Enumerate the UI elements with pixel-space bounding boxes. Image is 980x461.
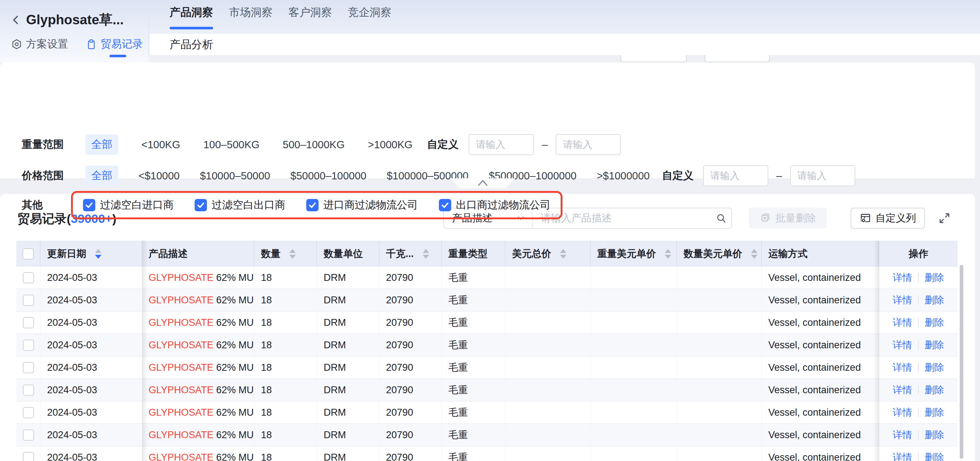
price-max-input[interactable] — [790, 165, 855, 186]
cell-quantity-unit: DRM — [317, 402, 379, 423]
detail-link[interactable]: 详情 — [892, 316, 912, 329]
cell-update-date: 2024-05-03 — [41, 312, 142, 334]
delete-link[interactable]: 删除 — [924, 294, 944, 307]
column-header-date[interactable]: 更新日期 — [41, 241, 142, 267]
row-checkbox[interactable] — [23, 340, 34, 351]
detail-link[interactable]: 详情 — [892, 271, 912, 284]
sort-icon[interactable] — [423, 249, 429, 259]
weight-min-input[interactable] — [469, 134, 534, 155]
cell-usd-per-quantity — [677, 312, 762, 334]
row-checkbox[interactable] — [23, 362, 34, 373]
clipped-input-box[interactable] — [705, 55, 770, 62]
main-tab-客户洞察[interactable]: 客户洞察 — [288, 5, 332, 21]
delete-link[interactable]: 删除 — [924, 451, 944, 461]
cell-weight-type: 毛重 — [442, 267, 506, 288]
filter-option[interactable]: 全部 — [86, 135, 118, 155]
cell-transport-mode: Vessel, containerized — [762, 334, 879, 356]
row-checkbox[interactable] — [23, 429, 34, 441]
delete-link[interactable]: 删除 — [924, 339, 944, 351]
detail-link[interactable]: 详情 — [892, 406, 912, 419]
filter-checkbox-item[interactable]: 进口商过滤物流公司 — [306, 198, 418, 212]
filter-option[interactable]: >$1000000 — [597, 170, 650, 182]
other-filters-highlight-box: 过滤空白进口商过滤空白出口商进口商过滤物流公司出口商过滤物流公司 — [71, 191, 563, 219]
detail-link[interactable]: 详情 — [892, 294, 912, 307]
delete-link[interactable]: 删除 — [924, 406, 944, 419]
tab-scheme-settings[interactable]: 方案设置 — [11, 37, 68, 51]
action-divider — [918, 430, 919, 440]
cell-product-description: GLYPHOSATE 62% MUP – I... — [142, 289, 255, 311]
tab-product-analysis[interactable]: 产品分析 — [170, 37, 213, 52]
back-button[interactable] — [10, 13, 22, 27]
delete-link[interactable]: 删除 — [924, 428, 944, 442]
weight-max-input[interactable] — [555, 134, 621, 155]
sort-icon[interactable] — [95, 249, 102, 259]
app-root: Glyphosate草... 方案设置 贸易记录 — [0, 0, 980, 461]
filter-option[interactable]: 100–500KG — [203, 139, 259, 151]
cell-usd-per-weight — [591, 402, 677, 423]
column-header-kg[interactable]: 千克... — [379, 241, 442, 267]
row-checkbox[interactable] — [23, 407, 34, 418]
column-header-total_usd[interactable]: 美元总价 — [506, 241, 591, 267]
row-checkbox[interactable] — [23, 385, 34, 396]
select-all-checkbox[interactable] — [22, 248, 34, 259]
page-title: Glyphosate草... — [26, 11, 124, 29]
filter-option[interactable]: <$10000 — [138, 170, 180, 182]
cell-product-description: GLYPHOSATE 62% MUP – I... — [142, 357, 255, 378]
checkbox-checked-icon[interactable] — [195, 199, 207, 211]
sort-icon[interactable] — [560, 249, 566, 259]
delete-link[interactable]: 删除 — [924, 271, 944, 284]
column-header-usd_per_qty[interactable]: 数量美元单价 — [677, 241, 762, 267]
tab-trade-records[interactable]: 贸易记录 — [86, 37, 143, 51]
main-tab-竞企洞察[interactable]: 竞企洞察 — [348, 5, 391, 21]
row-checkbox[interactable] — [23, 272, 34, 283]
column-header-usd_per_weight[interactable]: 重量美元单价 — [591, 241, 677, 267]
sort-icon[interactable] — [665, 249, 671, 259]
filter-option[interactable]: $50000–100000 — [290, 170, 366, 182]
row-checkbox[interactable] — [23, 452, 34, 461]
sort-icon[interactable] — [289, 249, 296, 259]
cell-usd-per-quantity — [677, 267, 762, 288]
collapse-filter-tab[interactable] — [450, 178, 515, 188]
filter-option[interactable]: <100KG — [142, 139, 180, 151]
filter-checkbox-item[interactable]: 出口商过滤物流公司 — [439, 198, 550, 212]
checkbox-checked-icon[interactable] — [83, 199, 95, 211]
row-checkbox[interactable] — [23, 317, 34, 328]
table-header-row: 更新日期产品描述数量数量单位千克...重量类型美元总价重量美元单价数量美元单价运… — [16, 241, 958, 267]
filter-checkbox-item[interactable]: 过滤空白出口商 — [195, 198, 285, 212]
vertical-scrollbar[interactable] — [960, 265, 963, 459]
filter-checkbox-item[interactable]: 过滤空白进口商 — [83, 198, 173, 212]
delete-link[interactable]: 删除 — [924, 361, 944, 374]
filter-option[interactable]: $10000–50000 — [200, 170, 270, 182]
detail-link[interactable]: 详情 — [892, 361, 912, 374]
table-row: 2024-05-03 GLYPHOSATE 62% MUP – I... 18 … — [16, 334, 958, 357]
detail-link[interactable]: 详情 — [892, 428, 912, 442]
filter-option[interactable]: >1000KG — [368, 139, 412, 151]
cell-kilograms: 20790 — [379, 334, 442, 356]
main-tab-产品洞察[interactable]: 产品洞察 — [170, 5, 213, 21]
header-right: 产品洞察市场洞察客户洞察竞企洞察 产品分析 — [149, 0, 980, 62]
main-tab-市场洞察[interactable]: 市场洞察 — [229, 5, 272, 21]
delete-link[interactable]: 删除 — [924, 316, 944, 329]
filter-option[interactable]: 500–1000KG — [283, 139, 345, 151]
trade-records-icon — [86, 38, 97, 50]
column-header-qty[interactable]: 数量 — [255, 241, 317, 267]
filter-option[interactable]: 全部 — [86, 165, 118, 186]
sort-icon[interactable] — [751, 249, 757, 259]
row-checkbox[interactable] — [23, 295, 34, 306]
checkbox-checked-icon[interactable] — [439, 199, 451, 211]
checkbox-checked-icon[interactable] — [306, 199, 318, 211]
product-rest: 62% MUP – I... — [213, 429, 255, 441]
row-checkbox-cell — [16, 402, 41, 423]
detail-link[interactable]: 详情 — [892, 451, 912, 461]
cell-actions: 详情删除 — [879, 267, 958, 288]
price-min-input[interactable] — [703, 165, 768, 186]
cell-quantity-unit: DRM — [317, 447, 379, 461]
cell-transport-mode: Vessel, containerized — [762, 357, 879, 378]
detail-link[interactable]: 详情 — [892, 383, 912, 396]
clipped-input-box[interactable] — [620, 55, 687, 62]
cell-quantity: 18 — [255, 357, 317, 378]
detail-link[interactable]: 详情 — [892, 339, 912, 351]
filter-checkbox-label: 过滤空白进口商 — [100, 198, 173, 212]
cell-update-date: 2024-05-03 — [41, 447, 142, 461]
delete-link[interactable]: 删除 — [924, 383, 944, 396]
